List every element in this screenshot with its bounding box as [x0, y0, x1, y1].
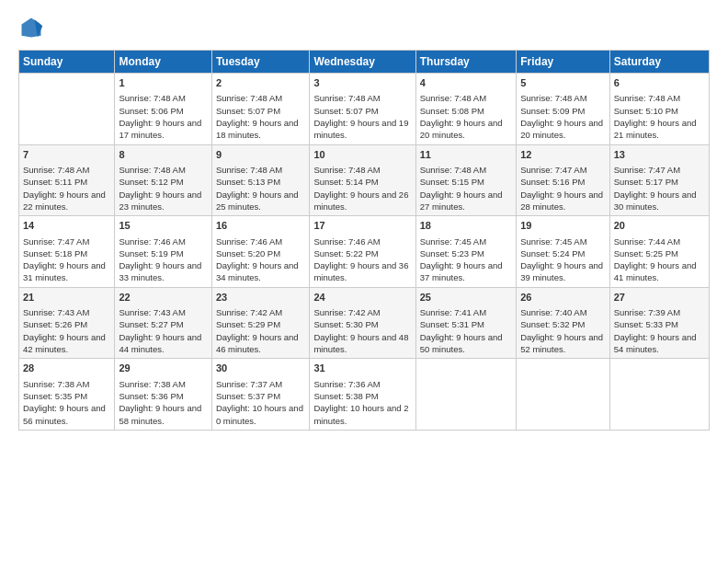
day-cell: 3Sunrise: 7:48 AMSunset: 5:07 PMDaylight… — [310, 74, 415, 145]
day-number: 5 — [520, 76, 605, 90]
day-cell: 1Sunrise: 7:48 AMSunset: 5:06 PMDaylight… — [115, 74, 211, 145]
day-number: 15 — [119, 219, 207, 233]
day-number: 11 — [420, 148, 512, 162]
day-number: 3 — [313, 76, 411, 90]
day-cell: 5Sunrise: 7:48 AMSunset: 5:09 PMDaylight… — [517, 74, 609, 145]
day-cell: 19Sunrise: 7:45 AMSunset: 5:24 PMDayligh… — [517, 216, 609, 288]
day-number: 22 — [119, 291, 207, 304]
day-number: 19 — [520, 219, 605, 233]
day-cell: 9Sunrise: 7:48 AMSunset: 5:13 PMDaylight… — [211, 144, 310, 216]
day-number: 21 — [23, 291, 110, 304]
day-cell: 21Sunrise: 7:43 AMSunset: 5:26 PMDayligh… — [19, 287, 115, 359]
week-row-3: 14Sunrise: 7:47 AMSunset: 5:18 PMDayligh… — [19, 216, 710, 288]
day-number: 7 — [23, 148, 110, 162]
day-number: 1 — [119, 76, 207, 90]
day-number: 4 — [420, 76, 512, 90]
header-row: SundayMondayTuesdayWednesdayThursdayFrid… — [19, 51, 710, 74]
day-number: 17 — [313, 219, 411, 233]
day-number: 29 — [119, 362, 207, 375]
day-number: 8 — [119, 148, 207, 162]
day-number: 23 — [216, 291, 306, 304]
day-header-monday: Monday — [115, 51, 211, 74]
day-cell: 12Sunrise: 7:47 AMSunset: 5:16 PMDayligh… — [517, 144, 609, 216]
day-header-friday: Friday — [517, 51, 609, 74]
day-number: 9 — [216, 148, 306, 162]
day-cell: 29Sunrise: 7:38 AMSunset: 5:36 PMDayligh… — [115, 359, 211, 431]
day-cell: 24Sunrise: 7:42 AMSunset: 5:30 PMDayligh… — [310, 287, 415, 359]
day-header-saturday: Saturday — [609, 51, 709, 74]
day-cell — [19, 74, 115, 145]
day-cell: 14Sunrise: 7:47 AMSunset: 5:18 PMDayligh… — [19, 216, 115, 288]
day-number: 14 — [23, 219, 110, 233]
day-number: 16 — [216, 219, 306, 233]
day-cell: 10Sunrise: 7:48 AMSunset: 5:14 PMDayligh… — [310, 144, 415, 216]
day-cell: 23Sunrise: 7:42 AMSunset: 5:29 PMDayligh… — [211, 287, 310, 359]
day-cell: 8Sunrise: 7:48 AMSunset: 5:12 PMDaylight… — [115, 144, 211, 216]
header — [18, 15, 710, 40]
week-row-5: 28Sunrise: 7:38 AMSunset: 5:35 PMDayligh… — [19, 359, 710, 431]
day-cell: 2Sunrise: 7:48 AMSunset: 5:07 PMDaylight… — [211, 74, 310, 145]
day-cell: 16Sunrise: 7:46 AMSunset: 5:20 PMDayligh… — [211, 216, 310, 288]
day-number: 6 — [614, 76, 705, 90]
day-cell: 26Sunrise: 7:40 AMSunset: 5:32 PMDayligh… — [517, 287, 609, 359]
day-cell: 28Sunrise: 7:38 AMSunset: 5:35 PMDayligh… — [19, 359, 115, 431]
day-cell — [609, 359, 709, 431]
day-cell — [517, 359, 609, 431]
week-row-2: 7Sunrise: 7:48 AMSunset: 5:11 PMDaylight… — [19, 144, 710, 216]
day-number: 13 — [614, 148, 705, 162]
day-cell: 27Sunrise: 7:39 AMSunset: 5:33 PMDayligh… — [609, 287, 709, 359]
day-cell: 30Sunrise: 7:37 AMSunset: 5:37 PMDayligh… — [211, 359, 310, 431]
day-number: 27 — [614, 291, 705, 304]
day-number: 10 — [313, 148, 411, 162]
day-cell: 22Sunrise: 7:43 AMSunset: 5:27 PMDayligh… — [115, 287, 211, 359]
day-number: 28 — [23, 362, 110, 375]
day-number: 30 — [216, 362, 306, 375]
page: SundayMondayTuesdayWednesdayThursdayFrid… — [0, 0, 728, 563]
week-row-1: 1Sunrise: 7:48 AMSunset: 5:06 PMDaylight… — [19, 74, 710, 145]
day-number: 20 — [614, 219, 705, 233]
day-cell: 18Sunrise: 7:45 AMSunset: 5:23 PMDayligh… — [415, 216, 516, 288]
day-cell: 6Sunrise: 7:48 AMSunset: 5:10 PMDaylight… — [609, 74, 709, 145]
day-cell: 15Sunrise: 7:46 AMSunset: 5:19 PMDayligh… — [115, 216, 211, 288]
day-cell: 25Sunrise: 7:41 AMSunset: 5:31 PMDayligh… — [415, 287, 516, 359]
day-cell — [415, 359, 516, 431]
day-number: 26 — [520, 291, 605, 304]
logo — [18, 15, 48, 40]
day-number: 2 — [216, 76, 306, 90]
day-number: 24 — [313, 291, 411, 304]
day-cell: 7Sunrise: 7:48 AMSunset: 5:11 PMDaylight… — [19, 144, 115, 216]
day-header-wednesday: Wednesday — [310, 51, 415, 74]
day-number: 25 — [420, 291, 512, 304]
day-cell: 4Sunrise: 7:48 AMSunset: 5:08 PMDaylight… — [415, 74, 516, 145]
day-number: 18 — [420, 219, 512, 233]
day-number: 12 — [520, 148, 605, 162]
calendar-table: SundayMondayTuesdayWednesdayThursdayFrid… — [18, 50, 710, 431]
day-cell: 31Sunrise: 7:36 AMSunset: 5:38 PMDayligh… — [310, 359, 415, 431]
day-header-sunday: Sunday — [19, 51, 115, 74]
day-cell: 17Sunrise: 7:46 AMSunset: 5:22 PMDayligh… — [310, 216, 415, 288]
day-cell: 20Sunrise: 7:44 AMSunset: 5:25 PMDayligh… — [609, 216, 709, 288]
day-header-tuesday: Tuesday — [211, 51, 310, 74]
logo-icon — [18, 15, 44, 40]
day-cell: 11Sunrise: 7:48 AMSunset: 5:15 PMDayligh… — [415, 144, 516, 216]
week-row-4: 21Sunrise: 7:43 AMSunset: 5:26 PMDayligh… — [19, 287, 710, 359]
day-cell: 13Sunrise: 7:47 AMSunset: 5:17 PMDayligh… — [609, 144, 709, 216]
day-number: 31 — [313, 362, 411, 375]
day-header-thursday: Thursday — [415, 51, 516, 74]
